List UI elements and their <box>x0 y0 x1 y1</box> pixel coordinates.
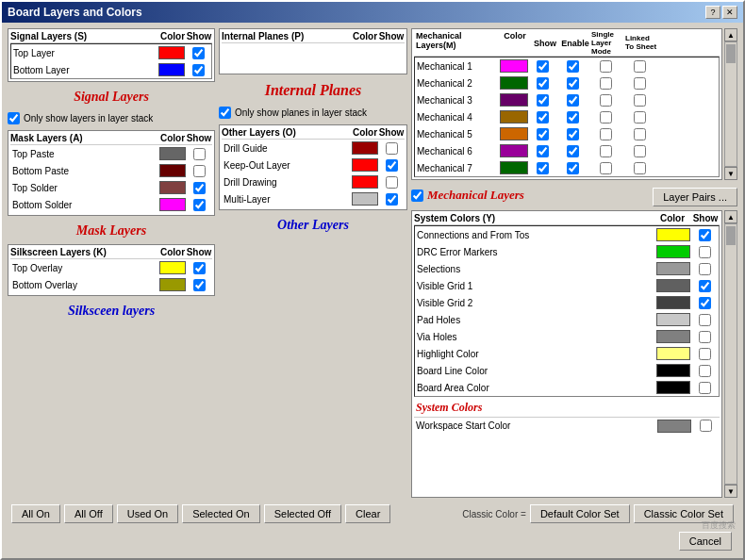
mech-5-enable[interactable] <box>567 128 579 140</box>
top-paste-row[interactable]: Top Paste <box>10 145 212 162</box>
close-button[interactable]: ✕ <box>722 6 737 19</box>
grid2-color[interactable] <box>656 296 690 309</box>
mech-3-row[interactable]: Mechanical 3 <box>415 91 719 108</box>
default-color-set-button[interactable]: Default Color Set <box>530 504 630 523</box>
mech-7-row[interactable]: Mechanical 7 <box>415 159 719 176</box>
mech-5-linked[interactable] <box>634 128 646 140</box>
multi-layer-row[interactable]: Multi-Layer <box>222 190 405 207</box>
bottom-layer-color[interactable] <box>158 63 185 76</box>
top-solder-show[interactable] <box>193 182 206 194</box>
workspace-color[interactable] <box>657 420 691 433</box>
mech-scroll-thumb[interactable] <box>726 44 736 63</box>
drc-show[interactable] <box>699 246 711 258</box>
mech-4-enable[interactable] <box>567 111 579 124</box>
pad-holes-row[interactable]: Pad Holes <box>415 311 719 328</box>
mech-4-row[interactable]: Mechanical 4 <box>415 108 719 125</box>
grid1-color[interactable] <box>656 279 690 292</box>
bottom-paste-show[interactable] <box>193 165 206 177</box>
bottom-paste-color[interactable] <box>159 164 186 177</box>
mech-1-color[interactable] <box>500 59 528 73</box>
cancel-button[interactable]: Cancel <box>679 532 732 551</box>
drc-color[interactable] <box>656 245 690 258</box>
keepout-color[interactable] <box>352 158 378 172</box>
mech-scroll-down[interactable]: ▼ <box>724 167 737 180</box>
highlight-row[interactable]: Highlight Color <box>415 345 719 362</box>
grid2-show[interactable] <box>699 297 711 309</box>
mech-5-color[interactable] <box>500 127 528 140</box>
board-area-row[interactable]: Board Area Color <box>415 379 719 396</box>
top-paste-color[interactable] <box>159 147 186 160</box>
top-overlay-color[interactable] <box>159 261 186 274</box>
mech-2-row[interactable]: Mechanical 2 <box>415 74 719 91</box>
all-on-button[interactable]: All On <box>11 504 60 523</box>
pad-holes-color[interactable] <box>656 313 690 326</box>
mech-checkbox[interactable] <box>411 189 423 202</box>
signal-layer-bottom[interactable]: Bottom Layer <box>11 61 211 78</box>
mech-6-show[interactable] <box>537 145 549 157</box>
selections-show[interactable] <box>699 263 711 275</box>
grid2-row[interactable]: Visible Grid 2 <box>415 294 719 311</box>
all-off-button[interactable]: All Off <box>64 504 113 523</box>
top-overlay-row[interactable]: Top Overlay <box>10 259 212 276</box>
top-overlay-show[interactable] <box>193 262 206 274</box>
selections-row[interactable]: Selections <box>415 260 719 277</box>
connections-show[interactable] <box>699 229 711 241</box>
mech-3-linked[interactable] <box>634 94 646 107</box>
drill-drawing-show[interactable] <box>386 176 398 189</box>
board-line-show[interactable] <box>699 365 711 377</box>
board-area-show[interactable] <box>699 382 711 394</box>
highlight-color[interactable] <box>656 347 690 360</box>
mech-5-row[interactable]: Mechanical 5 <box>415 125 719 142</box>
top-solder-row[interactable]: Top Solder <box>10 179 212 196</box>
mech-7-enable[interactable] <box>567 162 579 174</box>
connections-row[interactable]: Connections and From Tos <box>415 226 719 243</box>
mech-6-row[interactable]: Mechanical 6 <box>415 142 719 159</box>
mech-3-single[interactable] <box>600 94 612 107</box>
board-line-row[interactable]: Board Line Color <box>415 362 719 379</box>
bottom-overlay-show[interactable] <box>193 279 206 291</box>
top-layer-show[interactable] <box>192 47 205 59</box>
mech-3-color[interactable] <box>500 93 528 107</box>
layer-pairs-button[interactable]: Layer Pairs ... <box>653 188 737 206</box>
top-paste-show[interactable] <box>193 148 206 160</box>
mech-1-linked[interactable] <box>634 60 646 73</box>
selections-color[interactable] <box>656 262 690 275</box>
drill-drawing-row[interactable]: Drill Drawing <box>222 173 405 190</box>
mech-2-linked[interactable] <box>634 77 646 90</box>
bottom-overlay-color[interactable] <box>159 278 186 291</box>
bottom-solder-row[interactable]: Bottom Solder <box>10 196 212 213</box>
mech-7-single[interactable] <box>600 162 612 174</box>
bottom-layer-show[interactable] <box>192 64 205 76</box>
board-area-color[interactable] <box>656 381 690 394</box>
drill-guide-color[interactable] <box>352 141 378 155</box>
selected-off-button[interactable]: Selected Off <box>264 504 341 523</box>
keepout-row[interactable]: Keep-Out Layer <box>222 156 405 173</box>
top-solder-color[interactable] <box>159 181 186 194</box>
grid1-row[interactable]: Visible Grid 1 <box>415 277 719 294</box>
mech-6-linked[interactable] <box>634 145 646 157</box>
mech-3-show[interactable] <box>537 94 549 107</box>
sys-scroll-up[interactable]: ▲ <box>724 210 737 223</box>
mech-4-single[interactable] <box>600 111 612 124</box>
mech-7-linked[interactable] <box>634 162 646 174</box>
via-holes-color[interactable] <box>656 330 690 343</box>
mech-1-row[interactable]: Mechanical 1 <box>415 58 719 74</box>
board-line-color[interactable] <box>656 364 690 377</box>
bottom-solder-color[interactable] <box>159 198 186 211</box>
bottom-solder-show[interactable] <box>193 199 206 211</box>
grid1-show[interactable] <box>699 280 711 292</box>
mech-7-color[interactable] <box>500 161 528 174</box>
mech-5-single[interactable] <box>600 128 612 140</box>
mech-4-color[interactable] <box>500 110 528 124</box>
bottom-overlay-row[interactable]: Bottom Overlay <box>10 276 212 293</box>
highlight-show[interactable] <box>699 348 711 360</box>
bottom-paste-row[interactable]: Bottom Paste <box>10 162 212 179</box>
clear-button[interactable]: Clear <box>345 504 390 523</box>
signal-stack-checkbox[interactable] <box>8 112 20 124</box>
used-on-button[interactable]: Used On <box>117 504 178 523</box>
mech-2-show[interactable] <box>537 77 549 90</box>
mech-6-color[interactable] <box>500 144 528 157</box>
mech-2-color[interactable] <box>500 76 528 90</box>
workspace-row[interactable]: Workspace Start Color <box>414 417 720 434</box>
connections-color[interactable] <box>656 228 690 241</box>
